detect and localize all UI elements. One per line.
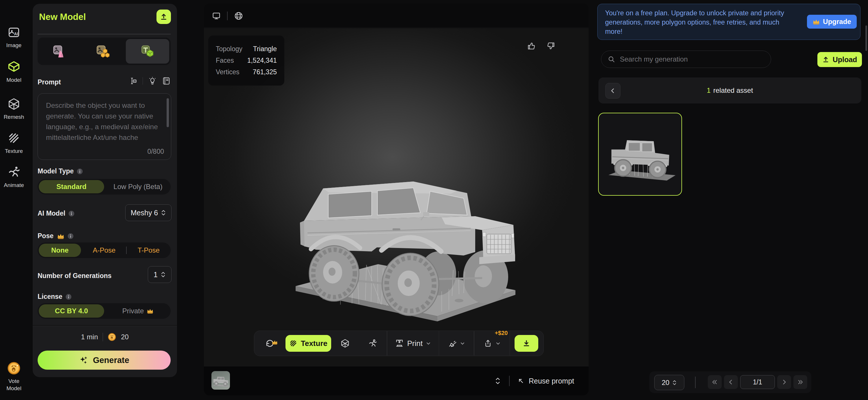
nav-rail: AI Image Model Remesh Texture	[0, 0, 28, 400]
upgrade-button[interactable]: Upgrade	[807, 15, 857, 29]
sidebar-item-animate[interactable]: Animate	[0, 165, 28, 189]
credit-coin-icon	[107, 333, 116, 341]
related-asset-card[interactable]	[598, 113, 682, 196]
image-ai-icon: AI	[7, 26, 20, 39]
sparkles-icon	[79, 355, 89, 365]
prompt-counter: 0/800	[147, 148, 164, 156]
retry-button[interactable]	[254, 338, 285, 348]
texture-button[interactable]: Texture	[285, 335, 331, 352]
reuse-prompt-button[interactable]: Reuse prompt	[517, 377, 574, 385]
license-option-ccby[interactable]: CC BY 4.0	[39, 304, 104, 318]
sidebar-item-texture[interactable]: Texture	[0, 132, 28, 154]
prev-page-button[interactable]	[724, 375, 738, 389]
svg-text:AI: AI	[14, 32, 18, 36]
expand-chevrons-icon[interactable]	[494, 376, 501, 386]
download-button[interactable]	[515, 335, 538, 352]
page-indicator[interactable]: 1/1	[740, 375, 775, 389]
3d-canvas[interactable]: Topology Triangle Faces 1,524,341 Vertic…	[204, 28, 589, 366]
license-label: License	[38, 293, 62, 301]
remesh-button[interactable]	[331, 339, 359, 348]
pose-option-t-pose[interactable]: T-Pose	[127, 242, 170, 258]
upload-model-button[interactable]	[156, 9, 171, 24]
chevrons-right-icon	[798, 379, 803, 385]
model-type-label: Model Type	[38, 167, 74, 175]
chevron-left-icon	[728, 379, 734, 385]
stat-value: 1,524,341	[247, 57, 277, 64]
info-icon[interactable]	[68, 210, 74, 217]
share-icon	[484, 339, 492, 348]
info-icon[interactable]	[67, 233, 74, 239]
tab-text-to-3d[interactable]	[126, 39, 169, 64]
page-size-select[interactable]: 20	[654, 375, 684, 390]
stat-value: 761,325	[253, 68, 277, 76]
select-chevrons-icon	[160, 271, 166, 278]
license-segmented: CC BY 4.0 Private	[38, 303, 170, 319]
prompt-label: Prompt	[38, 78, 61, 86]
vote-model-button[interactable]: Vote Model	[0, 361, 28, 392]
animate-runner-icon	[7, 165, 21, 178]
upload-tray-icon	[160, 13, 167, 21]
model-type-option-standard[interactable]: Standard	[39, 180, 104, 193]
viewport-header-divider	[227, 11, 228, 20]
image-to-3d-icon	[52, 44, 67, 59]
model-toolbar: Texture	[254, 331, 544, 356]
tab-image-to-voxel[interactable]	[81, 38, 124, 65]
thumbnail-car-image	[211, 371, 230, 390]
monitor-icon[interactable]	[212, 11, 221, 20]
sidebar-item-image[interactable]: AI Image	[0, 26, 28, 48]
ai-model-select[interactable]: Meshy 6	[125, 204, 172, 221]
plug-icon	[448, 339, 457, 348]
search-input[interactable]	[619, 55, 765, 64]
globe-icon[interactable]	[234, 11, 243, 21]
upload-asset-button[interactable]: Upload	[817, 52, 862, 67]
print-button[interactable]: Print	[387, 339, 439, 348]
remesh-icon	[7, 98, 20, 110]
printer-icon	[395, 339, 404, 348]
pagination-bar: 20 1/1	[649, 371, 811, 393]
stat-label: Vertices	[216, 68, 240, 76]
chevron-down-icon	[426, 341, 431, 346]
pose-segmented: None A-Pose T-Pose	[38, 242, 170, 258]
sidebar-item-model[interactable]: Model	[0, 60, 28, 83]
info-icon[interactable]	[65, 294, 72, 300]
sidebar-item-remesh[interactable]: Remesh	[0, 98, 28, 120]
banner-text: You're on a free plan. Upgrade to unlock…	[605, 8, 796, 36]
pose-option-a-pose[interactable]: A-Pose	[82, 242, 126, 258]
animate-button[interactable]	[359, 339, 387, 348]
page-scrollbar[interactable]	[865, 26, 867, 51]
pose-option-none[interactable]: None	[39, 244, 81, 257]
next-page-button[interactable]	[777, 375, 791, 389]
footer-divider	[509, 376, 509, 386]
share-button[interactable]: +$20	[474, 339, 509, 348]
texture-icon	[7, 132, 20, 144]
model-type-segmented: Standard Low Poly (Beta)	[38, 179, 170, 195]
search-box	[601, 51, 771, 68]
upgrade-banner: You're on a free plan. Upgrade to unlock…	[597, 4, 861, 40]
plugin-button[interactable]	[439, 339, 474, 348]
generation-cost-row: 1 min 20	[33, 333, 177, 341]
generations-stepper[interactable]: 1	[148, 266, 172, 283]
thumbs-up-icon[interactable]	[527, 41, 536, 51]
generate-button[interactable]: Generate	[38, 351, 170, 370]
panel-footer-groove	[33, 325, 177, 326]
prompt-scrollbar[interactable]	[166, 98, 169, 127]
license-option-private[interactable]: Private	[105, 303, 170, 319]
crown-icon	[147, 308, 154, 314]
prompt-library-icon[interactable]	[162, 76, 170, 85]
text-cursor-icon[interactable]	[129, 76, 137, 85]
model-type-option-lowpoly[interactable]: Low Poly (Beta)	[105, 179, 170, 195]
tab-image-to-3d[interactable]	[38, 38, 81, 65]
last-page-button[interactable]	[794, 375, 807, 389]
thumbs-down-icon[interactable]	[546, 41, 555, 51]
viewport-footer: Reuse prompt	[204, 366, 589, 395]
chevron-down-icon	[496, 341, 500, 346]
crown-icon	[57, 233, 64, 239]
sidebar-item-label: Remesh	[0, 114, 28, 120]
stat-label: Topology	[216, 45, 242, 53]
first-page-button[interactable]	[708, 375, 722, 389]
header-divider	[38, 34, 170, 34]
sidebar-item-label: Texture	[0, 148, 28, 154]
generation-thumbnail[interactable]	[211, 371, 230, 390]
lightbulb-icon[interactable]	[148, 76, 157, 85]
info-icon[interactable]	[76, 168, 83, 174]
